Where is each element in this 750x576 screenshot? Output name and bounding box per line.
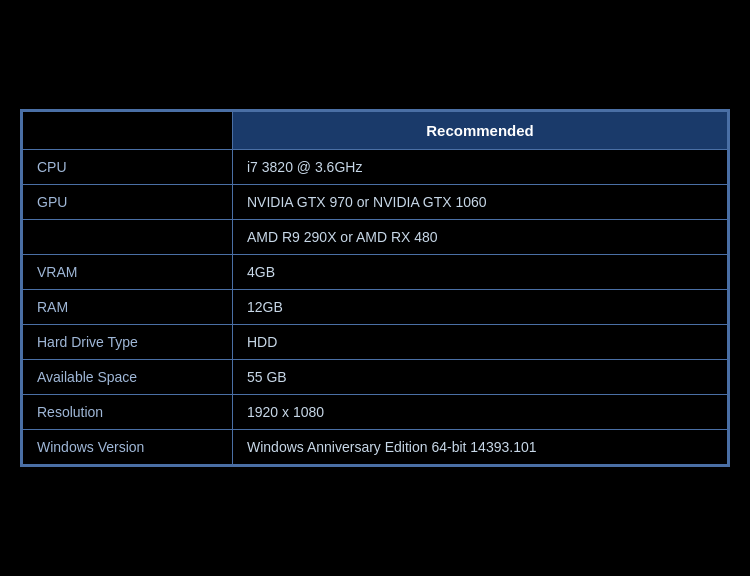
value-cell-2: AMD R9 290X or AMD RX 480 (233, 220, 728, 255)
value-cell-5: HDD (233, 325, 728, 360)
label-cell-1: GPU (23, 185, 233, 220)
value-cell-7: 1920 x 1080 (233, 395, 728, 430)
specs-table: Recommended CPUi7 3820 @ 3.6GHzGPUNVIDIA… (22, 111, 728, 465)
label-cell-7: Resolution (23, 395, 233, 430)
label-cell-4: RAM (23, 290, 233, 325)
table-row: VRAM4GB (23, 255, 728, 290)
header-recommended: Recommended (233, 112, 728, 150)
table-row: RAM12GB (23, 290, 728, 325)
value-cell-8: Windows Anniversary Edition 64-bit 14393… (233, 430, 728, 465)
table-row: Available Space55 GB (23, 360, 728, 395)
value-cell-4: 12GB (233, 290, 728, 325)
label-cell-3: VRAM (23, 255, 233, 290)
label-cell-5: Hard Drive Type (23, 325, 233, 360)
specs-table-wrapper: Recommended CPUi7 3820 @ 3.6GHzGPUNVIDIA… (20, 109, 730, 467)
label-cell-8: Windows Version (23, 430, 233, 465)
label-cell-0: CPU (23, 150, 233, 185)
label-cell-2 (23, 220, 233, 255)
table-row: GPUNVIDIA GTX 970 or NVIDIA GTX 1060 (23, 185, 728, 220)
value-cell-0: i7 3820 @ 3.6GHz (233, 150, 728, 185)
table-row: Resolution1920 x 1080 (23, 395, 728, 430)
table-row: Hard Drive TypeHDD (23, 325, 728, 360)
header-empty (23, 112, 233, 150)
table-row: CPUi7 3820 @ 3.6GHz (23, 150, 728, 185)
value-cell-3: 4GB (233, 255, 728, 290)
table-row: AMD R9 290X or AMD RX 480 (23, 220, 728, 255)
value-cell-1: NVIDIA GTX 970 or NVIDIA GTX 1060 (233, 185, 728, 220)
label-cell-6: Available Space (23, 360, 233, 395)
value-cell-6: 55 GB (233, 360, 728, 395)
table-row: Windows VersionWindows Anniversary Editi… (23, 430, 728, 465)
